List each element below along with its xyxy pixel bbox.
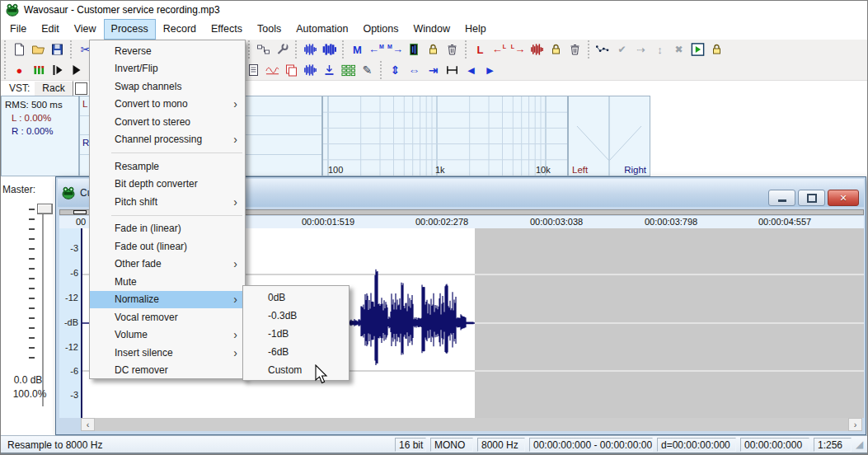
node-connector-icon[interactable]: [254, 40, 273, 59]
process-item-channel-processing[interactable]: Channel processing›: [90, 131, 245, 149]
process-item-bit-depth-converter[interactable]: Bit depth converter: [90, 176, 245, 194]
menu-help[interactable]: Help: [457, 19, 494, 40]
menu-record[interactable]: Record: [156, 19, 204, 40]
normalize-item-0db[interactable]: 0dB: [243, 288, 349, 307]
db-scale-label: -6: [70, 366, 78, 376]
envelope-interpolate-icon[interactable]: ⇢: [631, 40, 650, 59]
zoom-in-horizontal-icon[interactable]: ⇥: [424, 61, 443, 79]
phase-right-label: Right: [624, 165, 646, 175]
envelope-delete-icon[interactable]: ✖: [669, 40, 688, 59]
toolbar-tools-zone: ✎⇕⇔⇥◀▶: [238, 61, 503, 79]
waveform-zoom-icon[interactable]: [301, 61, 320, 79]
process-item-reverse[interactable]: Reverse: [90, 42, 245, 60]
process-item-volume[interactable]: Volume›: [90, 326, 245, 345]
process-item-invert-flip[interactable]: Invert/Flip: [90, 60, 245, 78]
vst-bypass-checkbox[interactable]: [75, 82, 87, 95]
waveform-view-bold-icon[interactable]: [320, 40, 339, 59]
status-cells: 16 bitMONO8000 Hz00:00:00:000 - 00:00:00…: [395, 438, 856, 452]
menu-options[interactable]: Options: [355, 19, 406, 40]
process-item-pitch-shift[interactable]: Pitch shift›: [90, 193, 245, 211]
zoom-fit-icon[interactable]: [443, 61, 462, 79]
input-monitor-icon[interactable]: [29, 61, 48, 79]
rms-panel: RMS: 500 ms L : 0.00% R : 0.00%: [1, 96, 79, 176]
envelope-vertical-scale-icon[interactable]: ↕: [650, 40, 669, 59]
pencil-edit-icon[interactable]: ✎: [358, 61, 377, 79]
save-file-icon[interactable]: [48, 40, 67, 59]
process-item-fade-in-linear[interactable]: Fade in (linear): [90, 220, 245, 238]
menu-automation[interactable]: Automation: [289, 19, 355, 40]
open-file-icon[interactable]: [29, 40, 48, 59]
new-file-icon[interactable]: [10, 40, 29, 59]
process-item-fade-out-linear[interactable]: Fade out (linear): [90, 237, 245, 256]
copy-special-icon[interactable]: [282, 61, 301, 79]
normalize-item-6db[interactable]: -6dB: [243, 343, 349, 361]
delete-markers-icon[interactable]: [443, 40, 462, 59]
process-item-mute[interactable]: Mute: [90, 273, 245, 291]
master-fader-label: Master:: [2, 184, 35, 195]
envelope-play-icon[interactable]: [688, 40, 707, 59]
menu-edit[interactable]: Edit: [34, 19, 67, 40]
statistics-icon[interactable]: [263, 61, 282, 79]
next-view-icon[interactable]: ▶: [481, 61, 500, 79]
process-item-swap-channels[interactable]: Swap channels: [90, 77, 245, 96]
next-marker-icon[interactable]: M→: [386, 40, 405, 59]
envelope-points-icon[interactable]: [594, 40, 612, 59]
overview-position-box[interactable]: [73, 210, 87, 214]
process-item-dc-remover[interactable]: DC remover: [90, 362, 245, 380]
waveform-view-icon[interactable]: [301, 40, 320, 59]
envelope-lock-icon[interactable]: [707, 40, 726, 59]
normalize-item-1db[interactable]: -1dB: [243, 325, 349, 343]
file-info-icon[interactable]: [244, 61, 263, 79]
process-item-other-fade[interactable]: Other fade›: [90, 256, 245, 274]
process-item-insert-silence[interactable]: Insert silence›: [90, 344, 245, 362]
delete-loops-icon[interactable]: [565, 40, 584, 59]
lock-loops-icon[interactable]: [547, 40, 565, 59]
previous-view-icon[interactable]: ◀: [462, 61, 481, 79]
zoom-vertical-icon[interactable]: ⇕: [386, 61, 405, 79]
scroll-right-arrow-icon[interactable]: ›: [848, 418, 862, 431]
insert-at-cursor-icon[interactable]: [320, 61, 339, 79]
toolbar-file-zone: ✂: [4, 40, 98, 59]
process-item-resample[interactable]: Resample: [90, 157, 245, 176]
play-icon[interactable]: [67, 61, 86, 79]
normalize-item-0.3db[interactable]: -0.3dB: [243, 307, 349, 325]
record-icon[interactable]: ●: [10, 61, 29, 79]
envelope-apply-icon[interactable]: ✔: [612, 40, 631, 59]
process-item-convert-to-stereo[interactable]: Convert to stereo: [90, 113, 245, 131]
menu-view[interactable]: View: [67, 19, 104, 40]
menu-effects[interactable]: Effects: [204, 19, 250, 40]
menu-process[interactable]: Process: [104, 19, 156, 40]
previous-marker-icon[interactable]: ←M: [367, 40, 386, 59]
menu-bar: FileEditViewProcessRecordEffectsToolsAut…: [1, 19, 868, 40]
vst-rack-button[interactable]: Rack: [34, 81, 73, 96]
process-item-convert-to-mono[interactable]: Convert to mono›: [90, 96, 245, 114]
scroll-left-arrow-icon[interactable]: ‹: [81, 418, 95, 431]
process-item-normalize[interactable]: Normalize›: [90, 291, 245, 309]
waveform-loop-icon[interactable]: [528, 40, 547, 59]
marker-m-icon[interactable]: M: [348, 40, 367, 59]
previous-loop-icon[interactable]: ←L: [490, 40, 509, 59]
play-from-cursor-icon[interactable]: [48, 61, 67, 79]
next-loop-icon[interactable]: L→: [509, 40, 528, 59]
menu-tools[interactable]: Tools: [250, 19, 289, 40]
menu-file[interactable]: File: [2, 19, 34, 40]
master-fader-handle[interactable]: [37, 204, 53, 214]
minimize-button[interactable]: [768, 190, 795, 206]
db-scale-label: -dB: [64, 317, 78, 327]
lock-markers-icon[interactable]: [424, 40, 443, 59]
document-frog-icon: [62, 186, 75, 199]
zoom-out-horizontal-icon[interactable]: ⇔: [405, 61, 424, 79]
close-button[interactable]: ✕: [828, 190, 859, 206]
master-fader-ticks: [29, 209, 35, 367]
restore-button[interactable]: [798, 190, 825, 206]
submenu-arrow-icon: ›: [233, 293, 237, 306]
wrench-config-icon[interactable]: [273, 40, 292, 59]
process-item-vocal-remover[interactable]: Vocal remover: [90, 308, 245, 326]
batch-processor-icon[interactable]: [339, 61, 358, 79]
marker-selection-icon[interactable]: [405, 40, 424, 59]
normalize-item-custom[interactable]: Custom: [243, 361, 349, 379]
loop-l-icon[interactable]: L: [471, 40, 490, 59]
resize-grip-icon[interactable]: ◢: [856, 438, 867, 452]
horizontal-scrollbar[interactable]: ‹ ›: [81, 418, 862, 431]
menu-window[interactable]: Window: [406, 19, 457, 40]
